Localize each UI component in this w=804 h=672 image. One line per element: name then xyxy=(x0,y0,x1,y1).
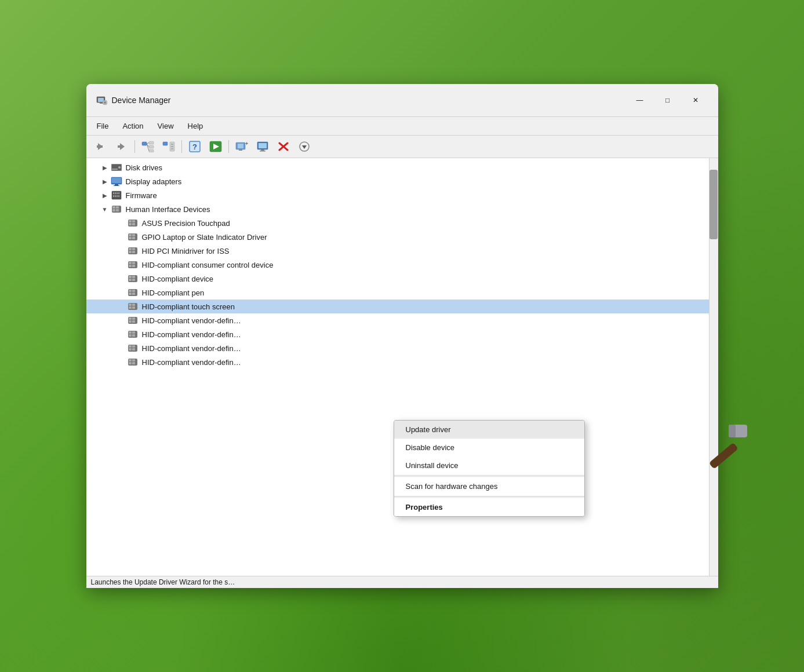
add-device-icon: + xyxy=(235,141,248,152)
svg-rect-51 xyxy=(115,195,116,197)
forward-button[interactable] xyxy=(112,138,132,155)
svg-rect-95 xyxy=(129,317,132,320)
svg-rect-10 xyxy=(149,141,154,144)
svg-rect-86 xyxy=(132,290,135,292)
hid-vendor1-label: HID-compliant vendor-defin… xyxy=(142,316,241,325)
display-adapters-label: Display adapters xyxy=(126,177,182,186)
window-icon xyxy=(96,94,107,106)
title-bar: Device Manager — □ ✕ xyxy=(86,84,718,117)
hid-pci-label: HID PCI Minidriver for ISS xyxy=(142,247,230,255)
menu-help[interactable]: Help xyxy=(182,119,209,133)
ctx-scan-hardware[interactable]: Scan for hardware changes xyxy=(394,477,584,495)
resources-type-icon xyxy=(162,141,175,152)
svg-rect-61 xyxy=(132,220,135,222)
hid-touch-screen-icon xyxy=(127,301,139,312)
firmware-icon xyxy=(111,189,122,201)
properties-toolbar-button[interactable]: ? xyxy=(185,138,205,155)
tree-item-disk-drives[interactable]: ▶ Disk drives xyxy=(86,160,709,174)
tree-item-hid-device[interactable]: ▶ HID-compliant device xyxy=(86,272,709,286)
disk-drives-icon xyxy=(111,162,122,173)
tree-view-icon xyxy=(141,141,154,152)
hid-vendor4-label: HID-compliant vendor-defin… xyxy=(142,358,241,367)
expand-icon-firmware: ▶ xyxy=(100,191,110,200)
tree-item-hid-pci[interactable]: ▶ HID PCI Minidriver for ISS xyxy=(86,244,709,258)
tree-item-hid-vendor1[interactable]: ▶ HID-compliant vendor-defin… xyxy=(86,313,709,327)
svg-rect-91 xyxy=(132,304,135,306)
hammer-icon xyxy=(701,420,753,472)
hid-vendor2-label: HID-compliant vendor-defin… xyxy=(142,330,241,339)
tree-item-gpio[interactable]: ▶ GPIO Laptop or Slate Indicator Driver xyxy=(86,230,709,244)
svg-rect-81 xyxy=(132,276,135,278)
svg-rect-43 xyxy=(115,184,118,185)
tree-view-button[interactable] xyxy=(138,138,158,155)
hid-pen-label: HID-compliant pen xyxy=(142,288,205,297)
svg-rect-106 xyxy=(132,345,135,348)
hid-consumer-label: HID-compliant consumer control device xyxy=(142,261,274,269)
update-driver-button[interactable] xyxy=(206,138,225,155)
scan-button[interactable] xyxy=(294,138,314,155)
separator-2 xyxy=(181,140,182,153)
hid-device-icon xyxy=(127,273,139,284)
scan-icon xyxy=(298,141,311,152)
menu-file[interactable]: File xyxy=(91,119,115,133)
hid-device-label: HID-compliant device xyxy=(142,275,214,283)
svg-point-4 xyxy=(104,101,106,104)
context-menu: Update driver Disable device Uninstall d… xyxy=(394,420,585,517)
menu-view[interactable]: View xyxy=(152,119,180,133)
svg-rect-85 xyxy=(129,290,132,292)
svg-rect-71 xyxy=(132,248,135,250)
tree-item-hid-pen[interactable]: ▶ HID-compliant pen xyxy=(86,286,709,300)
window-controls: — □ ✕ xyxy=(627,91,709,109)
tree-item-firmware[interactable]: ▶ Firmware xyxy=(86,188,709,202)
svg-rect-76 xyxy=(132,262,135,264)
svg-rect-116 xyxy=(729,425,736,437)
scrollbar-thumb[interactable] xyxy=(710,170,718,239)
svg-rect-75 xyxy=(129,262,132,264)
svg-rect-46 xyxy=(113,192,114,194)
svg-rect-6 xyxy=(97,145,103,148)
svg-rect-30 xyxy=(259,143,267,148)
tree-item-display-adapters[interactable]: ▶ Display adapters xyxy=(86,174,709,188)
tree-item-hid[interactable]: ▼ Human Interface Devices xyxy=(86,202,709,216)
svg-rect-70 xyxy=(129,248,132,250)
tree-item-asus-touchpad[interactable]: ▶ ASUS Precision Touchpad xyxy=(86,216,709,230)
hammer-decoration xyxy=(701,420,753,472)
maximize-button[interactable]: □ xyxy=(654,91,681,109)
tree-item-hid-touch-screen[interactable]: ▶ HID-compliant touch screen xyxy=(86,300,709,313)
asus-touchpad-label: ASUS Precision Touchpad xyxy=(142,219,230,228)
add-device-button[interactable]: + xyxy=(232,138,252,155)
resources-type-button[interactable] xyxy=(159,138,179,155)
tree-item-hid-vendor4[interactable]: ▶ HID-compliant vendor-defin… xyxy=(86,355,709,369)
svg-rect-32 xyxy=(260,151,265,152)
close-button[interactable]: ✕ xyxy=(682,91,709,109)
scrollbar-track[interactable] xyxy=(709,158,718,576)
hid-label: Human Interface Devices xyxy=(126,205,210,214)
svg-rect-53 xyxy=(118,195,119,197)
svg-point-39 xyxy=(118,166,121,169)
svg-rect-67 xyxy=(129,237,132,239)
ctx-disable-device[interactable]: Disable device xyxy=(394,439,584,456)
svg-rect-77 xyxy=(129,265,132,267)
back-button[interactable] xyxy=(91,138,111,155)
svg-text:?: ? xyxy=(192,143,197,151)
asus-touchpad-icon xyxy=(127,217,139,229)
svg-rect-114 xyxy=(708,443,738,469)
ctx-update-driver[interactable]: Update driver xyxy=(394,421,584,439)
tree-item-hid-consumer[interactable]: ▶ HID-compliant consumer control device xyxy=(86,258,709,272)
hid-pci-icon xyxy=(127,245,139,257)
svg-rect-57 xyxy=(112,209,115,211)
menu-action[interactable]: Action xyxy=(117,119,149,133)
menu-bar: File Action View Help xyxy=(86,117,718,136)
ctx-properties[interactable]: Properties xyxy=(394,498,584,516)
svg-line-15 xyxy=(147,144,149,151)
svg-rect-26 xyxy=(238,144,243,148)
tree-item-hid-vendor3[interactable]: ▶ HID-compliant vendor-defin… xyxy=(86,341,709,355)
svg-rect-108 xyxy=(132,348,135,350)
minimize-button[interactable]: — xyxy=(627,91,653,109)
ctx-uninstall-device[interactable]: Uninstall device xyxy=(394,456,584,474)
monitor-button[interactable] xyxy=(253,138,272,155)
svg-rect-31 xyxy=(261,149,264,151)
uninstall-button[interactable] xyxy=(274,138,293,155)
tree-item-hid-vendor2[interactable]: ▶ HID-compliant vendor-defin… xyxy=(86,327,709,341)
hid-vendor1-icon xyxy=(127,315,139,326)
